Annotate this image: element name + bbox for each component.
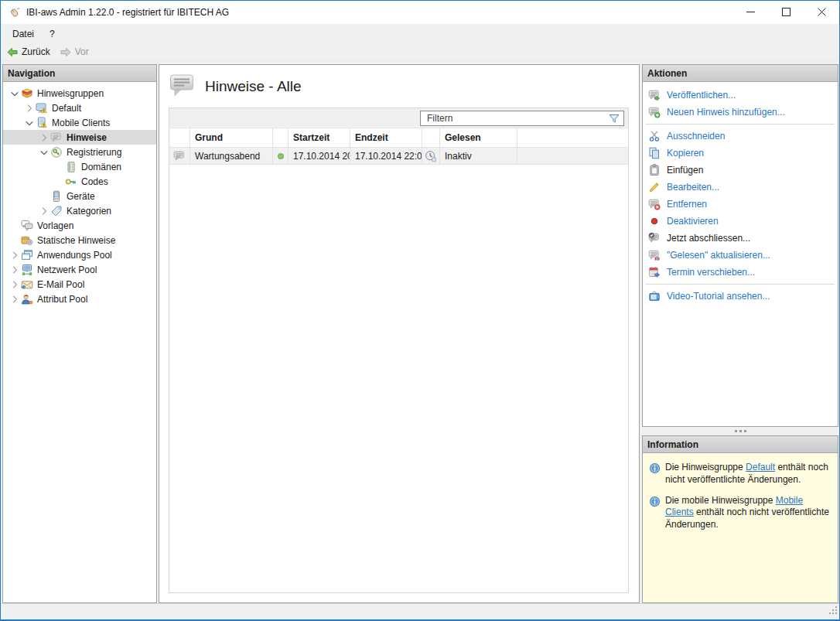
panel-splitter[interactable] (642, 427, 838, 435)
chevron-right-icon[interactable] (37, 131, 50, 144)
chevron-right-icon[interactable] (22, 102, 36, 114)
action-jetzt-abschliessen[interactable]: Jetzt abschliessen... (643, 230, 838, 247)
tree-indent-spacer (8, 220, 21, 232)
action-deaktivieren[interactable]: Deaktivieren (643, 213, 838, 230)
statische-hinweise-icon (21, 234, 33, 247)
column-header-icon[interactable] (273, 128, 289, 147)
tree-item-label: Mobile Clients (52, 118, 110, 128)
bearbeiten-icon (648, 181, 661, 193)
action-gelesen-aktualisieren[interactable]: "Gelesen" aktualisieren... (643, 247, 838, 264)
action-termin-verschieben[interactable]: Termin verschieben... (643, 264, 838, 281)
column-header-endzeit[interactable]: Endzeit (350, 128, 422, 147)
action-label: Entfernen (667, 199, 707, 210)
tree-item-label: Geräte (67, 191, 95, 202)
chevron-down-icon[interactable] (37, 146, 50, 159)
column-header-icon[interactable] (422, 128, 440, 147)
menu-bar: Datei? (1, 24, 839, 43)
column-header-gelesen[interactable]: Gelesen (440, 128, 517, 147)
action-einfuegen[interactable]: Einfügen (643, 162, 838, 179)
back-label: Zurück (22, 46, 50, 57)
tree-indent-spacer (52, 161, 65, 173)
chevron-right-icon[interactable] (37, 205, 50, 217)
tree-item-e-mail-pool[interactable]: E-Mail Pool (3, 277, 156, 292)
info-icon (649, 495, 661, 531)
menu-item-datei[interactable]: Datei (5, 26, 42, 43)
info-text: Die Hinweisgruppe Default enthält noch n… (665, 462, 832, 486)
tree-item-codes[interactable]: Codes (3, 174, 156, 189)
tool-bar: Zurück Vor (1, 43, 839, 61)
domaenen-icon (65, 161, 77, 173)
tree-item-geraete[interactable]: Geräte (3, 189, 156, 203)
chevron-right-icon[interactable] (8, 249, 21, 261)
info-link-default[interactable]: Default (746, 462, 775, 473)
tree-item-label: Vorlagen (37, 220, 73, 231)
close-icon (818, 5, 826, 19)
jetzt-abschliessen-icon (648, 232, 661, 244)
column-header-empty (517, 128, 628, 147)
tree-item-mobile-clients[interactable]: Mobile Clients (3, 115, 156, 130)
minimize-button[interactable] (732, 1, 768, 24)
forward-button[interactable]: Vor (60, 46, 89, 58)
action-video-tutorial-ansehen[interactable]: Video-Tutorial ansehen... (643, 288, 838, 305)
chevron-right-icon[interactable] (8, 264, 21, 276)
vorlagen-icon (21, 220, 33, 232)
hinweisgruppen-icon (21, 87, 33, 100)
chevron-right-icon[interactable] (8, 293, 21, 305)
tree-item-kategorien[interactable]: Kategorien (3, 203, 156, 218)
hinweise-icon (50, 131, 63, 144)
tree-item-label: Kategorien (67, 206, 111, 217)
actions-header: Aktionen (643, 65, 838, 82)
back-button[interactable]: Zurück (6, 46, 50, 58)
tree-item-vorlagen[interactable]: Vorlagen (3, 218, 156, 233)
column-header-icon[interactable] (169, 128, 190, 147)
action-neuen-hinweis-hinzufuegen[interactable]: Neuen Hinweis hinzufügen... (643, 104, 838, 121)
chevron-down-icon[interactable] (22, 117, 36, 129)
maximize-button[interactable] (768, 1, 804, 24)
entfernen-icon (648, 198, 661, 210)
ausschneiden-icon (648, 130, 661, 142)
action-entfernen[interactable]: Entfernen (643, 196, 838, 213)
chevron-down-icon[interactable] (8, 87, 21, 100)
tree-item-label: Netzwerk Pool (37, 264, 97, 275)
tree-item-statische-hinweise[interactable]: Statische Hinweise (3, 233, 156, 247)
table-header: GrundStartzeitEndzeitGelesen (169, 128, 628, 147)
tree-item-registrierung[interactable]: Registrierung (3, 145, 156, 159)
geraete-icon (50, 190, 63, 203)
action-veroeffentlichen[interactable]: Veröffentlichen... (643, 87, 838, 104)
action-label: Ausschneiden (667, 131, 725, 142)
tree-item-label: Anwendungs Pool (37, 250, 112, 261)
close-button[interactable] (804, 1, 839, 24)
chevron-right-icon[interactable] (8, 278, 21, 291)
tree-item-netzwerk-pool[interactable]: Netzwerk Pool (3, 262, 156, 277)
menu-item-help[interactable]: ? (42, 26, 63, 43)
tree-item-label: Hinweise (67, 132, 107, 143)
column-header-startzeit[interactable]: Startzeit (289, 128, 350, 147)
cell-empty (517, 148, 628, 164)
tree-item-attribut-pool[interactable]: Attribut Pool (3, 292, 156, 306)
actions-panel: Aktionen Veröffentlichen...Neuen Hinweis… (642, 64, 838, 427)
filter-input[interactable] (420, 111, 624, 126)
tree-item-label: Registrierung (67, 147, 121, 158)
netzwerk-pool-icon (21, 264, 33, 276)
separator (646, 284, 835, 285)
action-label: Einfügen (667, 165, 703, 176)
column-header-grund[interactable]: Grund (190, 128, 273, 147)
action-kopieren[interactable]: Kopieren (643, 145, 838, 162)
action-label: Jetzt abschliessen... (667, 233, 750, 244)
action-ausschneiden[interactable]: Ausschneiden (643, 128, 838, 145)
table-row[interactable]: Wartungsabend17.10.2014 20:3017.10.2014 … (169, 147, 628, 165)
tree-item-hinweisgruppen[interactable]: Hinweisgruppen (3, 86, 156, 101)
tree-indent-spacer (8, 234, 21, 247)
anwendungs-pool-icon (21, 249, 33, 261)
navigation-panel: Navigation HinweisgruppenDefaultMobile C… (2, 64, 157, 603)
tree-item-hinweise[interactable]: Hinweise (3, 130, 156, 145)
tree-item-anwendungs-pool[interactable]: Anwendungs Pool (3, 247, 156, 262)
einfuegen-icon (648, 164, 661, 176)
action-label: Deaktivieren (667, 216, 719, 227)
tree-item-domaenen[interactable]: Domänen (3, 159, 156, 174)
action-bearbeiten[interactable]: Bearbeiten... (643, 179, 838, 196)
information-list: Die Hinweisgruppe Default enthält noch n… (643, 453, 838, 540)
tree-item-default[interactable]: Default (3, 101, 156, 115)
filter-icon[interactable] (607, 112, 621, 128)
resize-grip-icon[interactable] (828, 604, 838, 618)
